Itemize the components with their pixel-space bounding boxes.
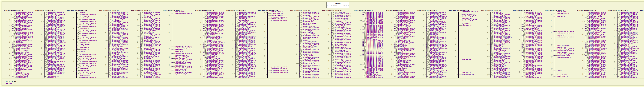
marker-label: Ex_c13277_2025	[430, 50, 438, 52]
marker-label: SpringWheatNAM_tag_75720-2D	[176, 53, 192, 54]
marker-label: RAC875_c39312_339	[80, 75, 90, 76]
marker-label: Ku_c12469_837	[398, 58, 406, 60]
marker-label: SpringWheatNAM_tag_306166-2B	[144, 60, 160, 61]
marker-label: SpringWheatNAM_tag_107530-7B	[621, 74, 638, 76]
ruler-label: 110	[41, 47, 42, 49]
marker-label: SpringWheatNAM_tag_75556-2B	[144, 65, 160, 66]
marker-label: SpringWheatNAM_tag_56850-6B.1	[526, 56, 543, 57]
marker-label: SpringWheatNAM_tag_2871-1B	[48, 57, 64, 58]
marker-connector	[586, 46, 589, 50]
ruler-label: 90	[232, 48, 234, 50]
marker-connector	[141, 18, 143, 22]
marker-label: SpringWheatNAM_tag_233378-7A	[589, 25, 606, 26]
marker-label: Kukri_c46169_294	[80, 28, 90, 29]
marker-label: BS00064188_51	[398, 14, 406, 16]
marker-label: SpringWheatNAM_tag_106753-5A	[398, 22, 415, 24]
marker-connector	[332, 12, 334, 13]
marker-label: SpringWheatNAM_tag_114512-4B	[334, 34, 351, 36]
chromosome-column: Wheat-2018-NAM3-BxPI283147_1A10305070901…	[4, 9, 36, 87]
marker-connector	[491, 19, 494, 24]
marker-label: SpringWheatNAM_tag_198113-3A	[207, 53, 224, 54]
marker-label: SpringWheatNAM_tag_2827-5B	[430, 22, 446, 24]
marker-connector	[586, 19, 589, 24]
ruler-label: 70	[137, 30, 138, 32]
marker-label: SpringWheatNAM_tag_343171-4B	[334, 56, 351, 57]
marker-label: IAAV1301	[16, 70, 21, 72]
marker-label: SpringWheatNAM_tag_9939-6B	[526, 77, 541, 78]
marker-connector	[141, 15, 143, 18]
marker-label: SpringWheatNAM_tag_24537-1D	[80, 23, 96, 24]
marker-label: Kukri_c53712_348	[430, 53, 440, 54]
marker-label: SpringWheatNAM_tag_61229-5B	[430, 32, 446, 33]
marker-connector	[586, 49, 589, 58]
marker-connector	[586, 18, 589, 22]
chromosome-bar	[44, 12, 45, 78]
marker-connector	[109, 44, 112, 44]
marker-label: Ku_c35823_743	[112, 53, 120, 54]
marker-label: SpringWheatNAM_tag_50388-3B	[239, 40, 255, 41]
marker-label: SpringWheatNAM_tag_19949-3A	[207, 66, 224, 68]
marker-label: D_GBUV-FX01C7KRG_251	[16, 76, 28, 77]
marker-label: SpringWheatNAM_tag_14895-1A	[16, 25, 32, 26]
ruler-label: 30	[392, 22, 392, 23]
marker-connector	[141, 39, 143, 43]
marker-label: SpringWheatNAM_tag_250220-2A	[112, 61, 128, 62]
marker-label: BS00039377_51	[16, 41, 24, 42]
ruler-label: 70	[296, 44, 297, 45]
marker-connector	[14, 39, 16, 43]
ruler-label: 16	[455, 44, 456, 45]
marker-label: SpringWheatNAM_tag_252263-5A	[398, 76, 415, 77]
marker-label: SpringWheatNAM_tag_105439-1B	[48, 72, 65, 73]
ruler-label: 190	[423, 68, 424, 70]
marker-label: SpringWheatNAM_tag_78359-4A	[303, 44, 319, 46]
chromosome-title: Wheat-2018-NAM3-BxPI283147_4A	[290, 10, 310, 11]
marker-label: BobWhite_c48246_303	[207, 28, 219, 29]
chromosome-bar	[395, 12, 395, 78]
marker-label: SpringWheatNAM_tag_29298-2A	[112, 40, 128, 41]
marker-connector	[300, 42, 302, 44]
marker-connector	[618, 74, 621, 76]
marker-label: SpringWheatNAM_tag_21907-2A	[112, 12, 128, 13]
marker-label: SpringWheatNAM_tag_75746-4B	[334, 24, 351, 25]
ruler-label: 190	[328, 73, 329, 75]
marker-connector	[618, 44, 621, 44]
marker-connector	[586, 61, 589, 68]
ruler-label: 110	[296, 62, 297, 64]
marker-label: SpringWheatNAM_tag_317341-7B	[621, 26, 638, 28]
marker-connector	[300, 43, 302, 44]
marker-connector	[427, 49, 430, 58]
marker-label: SpringWheatNAM_tag_248282-6B	[526, 13, 542, 14]
marker-connector	[77, 52, 80, 61]
marker-label: SpringWheatNAM_tag_780-3A	[207, 37, 222, 38]
marker-label: Jagger_rep_c10288_53	[303, 33, 315, 34]
marker-connector	[364, 14, 366, 16]
ruler-label: 4	[455, 20, 456, 20]
marker-label: SpringWheatNAM_tag_199162-3B	[239, 12, 256, 13]
marker-connector	[45, 72, 48, 75]
marker-connector	[491, 14, 494, 15]
ruler-label: 130	[137, 46, 138, 48]
marker-label: SpringWheatNAM_tag_78223-6B	[526, 26, 542, 28]
marker-connector	[618, 39, 621, 43]
marker-label: IAAV7745	[80, 51, 84, 52]
marker-label: SpringWheatNAM_tag_998-2B	[144, 37, 158, 38]
marker-label: Excalibur_rep_c70674_83	[48, 65, 62, 66]
chromosome-title: Wheat-2018-NAM3-BxPI283147_6A	[481, 10, 501, 11]
marker-label: SpringWheatNAM_tag_122818-1A	[16, 20, 33, 21]
marker-label: SpringWheatNAM_tag_26878-3B	[239, 38, 255, 40]
marker-label: Kukri_rep_c72329_163	[398, 41, 410, 42]
marker-label: SpringWheatNAM_tag_13058-1D	[80, 65, 96, 66]
marker-connector	[586, 48, 589, 56]
marker-label: SpringWheatNAM_tag_15692-6B	[526, 72, 542, 73]
marker-label: wsnp_Ex_c56866_58816359	[430, 54, 444, 56]
marker-label: BobWhite_c5461_338	[207, 18, 218, 20]
marker-label: Kukri_c29521_123	[398, 73, 408, 74]
marker-label: SpringWheatNAM_tag_45687-3B	[239, 37, 255, 38]
marker-label: SpringWheatNAM_tag_257246-2A	[112, 69, 128, 70]
marker-label: SpringWheatNAM_tag_199047-1A	[16, 62, 33, 64]
marker-label: RAC875_c16255_570	[494, 24, 504, 25]
ruler-label: 150	[328, 60, 329, 62]
chromosome-bar	[140, 12, 140, 78]
chromosome-column: Wheat-2018-NAM3-BxPI283147_4B10305070901…	[322, 9, 354, 87]
marker-label: GENE-0527_92	[16, 42, 24, 44]
